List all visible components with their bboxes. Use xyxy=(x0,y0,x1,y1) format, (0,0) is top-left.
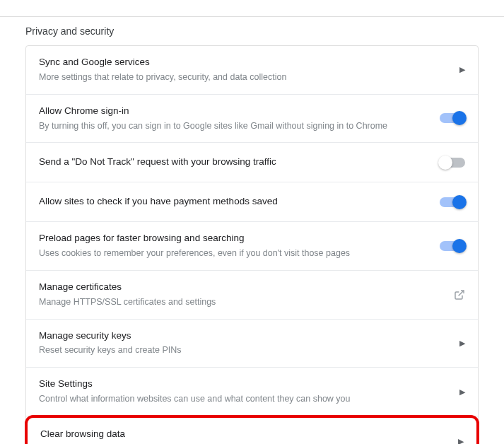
svg-line-0 xyxy=(459,291,464,296)
allow-chrome-signin-row[interactable]: Allow Chrome sign-in By turning this off… xyxy=(26,95,478,144)
preload-toggle[interactable] xyxy=(440,241,465,251)
certs-title: Manage certificates xyxy=(39,281,443,294)
seckeys-subtitle: Reset security keys and create PINs xyxy=(39,344,448,357)
certs-subtitle: Manage HTTPS/SSL certificates and settin… xyxy=(39,296,443,309)
payment-toggle[interactable] xyxy=(440,197,465,207)
chevron-right-icon: ▶ xyxy=(458,437,464,444)
site-settings-row[interactable]: Site Settings Control what information w… xyxy=(26,368,478,416)
payment-methods-row[interactable]: Allow sites to check if you have payment… xyxy=(26,182,478,222)
seckeys-title: Manage security keys xyxy=(39,329,448,343)
manage-security-keys-row[interactable]: Manage security keys Reset security keys… xyxy=(26,320,478,368)
clear-title: Clear browsing data xyxy=(40,428,447,441)
preload-pages-row[interactable]: Preload pages for faster browsing and se… xyxy=(26,222,478,271)
do-not-track-row[interactable]: Send a "Do Not Track" request with your … xyxy=(26,143,478,182)
dnt-toggle[interactable] xyxy=(440,158,465,168)
sync-google-services-row[interactable]: Sync and Google services More settings t… xyxy=(26,46,478,95)
clear-browsing-data-row[interactable]: Clear browsing data Clear history, cooki… xyxy=(28,418,476,444)
preload-subtitle: Uses cookies to remember your preference… xyxy=(39,247,428,260)
dnt-title: Send a "Do Not Track" request with your … xyxy=(39,156,276,169)
signin-toggle[interactable] xyxy=(440,113,465,123)
privacy-settings-card: Sync and Google services More settings t… xyxy=(25,45,479,444)
section-title: Privacy and security xyxy=(0,17,504,45)
chevron-right-icon: ▶ xyxy=(459,339,465,348)
signin-subtitle: By turning this off, you can sign in to … xyxy=(39,119,428,133)
payment-title: Allow sites to check if you have payment… xyxy=(39,195,278,209)
chevron-right-icon: ▶ xyxy=(459,387,465,397)
external-link-icon xyxy=(454,289,465,300)
highlight-annotation: Clear browsing data Clear history, cooki… xyxy=(25,415,479,444)
manage-certificates-row[interactable]: Manage certificates Manage HTTPS/SSL cer… xyxy=(26,271,478,320)
site-title: Site Settings xyxy=(39,378,448,391)
chevron-right-icon: ▶ xyxy=(459,65,465,74)
signin-title: Allow Chrome sign-in xyxy=(39,105,428,118)
site-subtitle: Control what information websites can us… xyxy=(39,392,448,406)
sync-subtitle: More settings that relate to privacy, se… xyxy=(39,71,448,84)
sync-title: Sync and Google services xyxy=(39,56,448,69)
preload-title: Preload pages for faster browsing and se… xyxy=(39,232,428,245)
top-bar xyxy=(0,0,504,17)
